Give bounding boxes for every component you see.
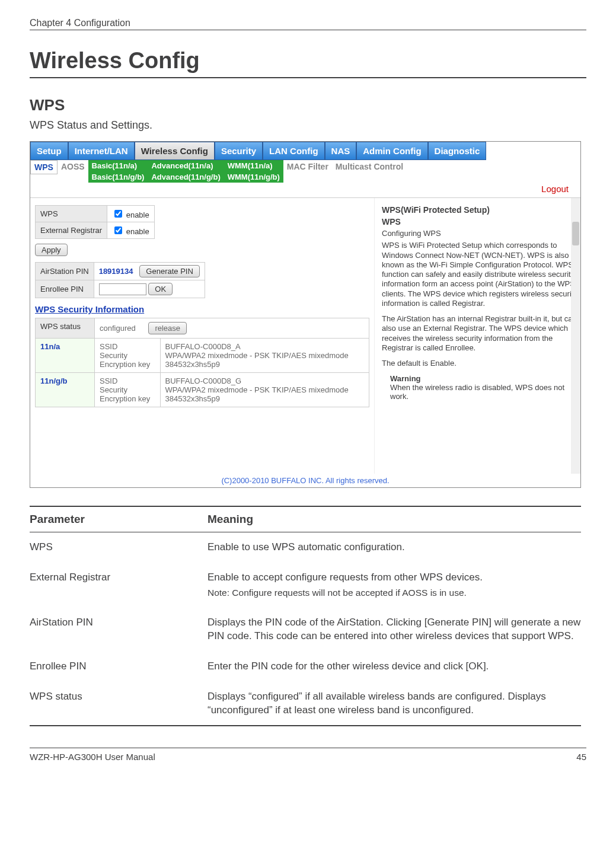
section-subtitle: WPS Status and Settings. <box>30 119 586 132</box>
param-note: Note: Configure requests will not be acc… <box>208 587 581 599</box>
airstation-pin-label: AirStation PIN <box>36 263 94 280</box>
router-ui-screenshot: Setup Internet/LAN Wireless Config Secur… <box>30 141 581 488</box>
external-registrar-label: External Registrar <box>36 222 107 239</box>
sub-nav: WPS AOSS Basic(11n/a) Basic(11n/g/b) Adv… <box>30 160 580 183</box>
key-11ngb: 384532x3hs5p9 <box>165 394 365 403</box>
enable-label: enable <box>126 210 149 219</box>
param-meaning: Displays “configured” if all available w… <box>208 682 581 726</box>
ssid-11ngb: BUFFALO-C000D8_G <box>165 376 365 385</box>
security-11na: WPA/WPA2 mixedmode - PSK TKIP/AES mixedm… <box>165 351 365 360</box>
subtab-advanced-11na[interactable]: Advanced(11n/a) <box>148 160 224 171</box>
release-button[interactable]: release <box>148 322 187 334</box>
tab-setup[interactable]: Setup <box>30 142 68 160</box>
airstation-pin-value: 18919134 <box>99 267 133 276</box>
logout-link[interactable]: Logout <box>30 183 580 197</box>
chapter-header: Chapter 4 Configuration <box>30 18 586 28</box>
ssid-11na: BUFFALO-C000D8_A <box>165 342 365 351</box>
subtab-multicast[interactable]: Multicast Control <box>332 160 407 173</box>
tab-internet-lan[interactable]: Internet/LAN <box>68 142 135 160</box>
divider <box>30 30 586 30</box>
ok-button[interactable]: OK <box>148 283 173 295</box>
table-header-parameter: Parameter <box>30 506 208 532</box>
section-heading: WPS <box>30 96 586 114</box>
table-header-meaning: Meaning <box>208 506 581 532</box>
subtab-wmm-11na[interactable]: WMM(11n/a) <box>224 160 283 171</box>
ssid-label: SSID <box>100 342 155 351</box>
top-nav: Setup Internet/LAN Wireless Config Secur… <box>30 142 580 160</box>
param-meaning: Enable to accept configure requests from… <box>208 563 581 608</box>
security-11ngb: WPA/WPA2 mixedmode - PSK TKIP/AES mixedm… <box>165 385 365 394</box>
help-text: The default is Enable. <box>382 359 578 368</box>
encryption-key-label: Encryption key <box>100 360 155 369</box>
scrollbar[interactable] <box>571 198 580 474</box>
external-registrar-checkbox[interactable] <box>114 226 122 234</box>
help-text: Configuring WPS <box>382 229 578 238</box>
generate-pin-button[interactable]: Generate PIN <box>139 265 200 277</box>
tab-diagnostic[interactable]: Diagnostic <box>428 142 487 160</box>
parameter-table: Parameter Meaning WPS Enable to use WPS … <box>30 506 581 726</box>
enable-label: enable <box>126 227 149 236</box>
warning-heading: Warning <box>390 374 421 383</box>
help-text: The AirStation has an internal Registrar… <box>382 314 578 353</box>
subtab-wmm-11ngb[interactable]: WMM(11n/g/b) <box>224 171 283 183</box>
param-name: External Registrar <box>30 563 208 608</box>
footer-page-number: 45 <box>576 752 586 762</box>
help-subheading: WPS <box>382 217 578 226</box>
band-11na-label: 11n/a <box>36 339 95 373</box>
security-label: Security <box>100 351 155 360</box>
subtab-aoss[interactable]: AOSS <box>58 160 88 173</box>
encryption-key-label: Encryption key <box>100 394 155 403</box>
param-meaning-text: Enable to accept configure requests from… <box>208 572 483 583</box>
footer-manual-title: WZR-HP-AG300H User Manual <box>30 752 155 762</box>
tab-wireless-config[interactable]: Wireless Config <box>135 142 215 160</box>
tab-lan-config[interactable]: LAN Config <box>263 142 324 160</box>
wps-status-value: configured <box>100 324 136 333</box>
param-name: Enrollee PIN <box>30 652 208 682</box>
param-meaning: Displays the PIN code of the AirStation.… <box>208 608 581 652</box>
band-11ngb-label: 11n/g/b <box>36 373 95 407</box>
param-name: WPS <box>30 532 208 563</box>
help-panel: WPS(WiFi Protected Setup) WPS Configurin… <box>374 198 580 474</box>
param-name: AirStation PIN <box>30 608 208 652</box>
wps-label: WPS <box>36 206 107 222</box>
subtab-mac-filter[interactable]: MAC Filter <box>283 160 332 173</box>
enrollee-pin-input[interactable] <box>99 283 146 295</box>
divider <box>30 77 586 78</box>
wps-enable-checkbox[interactable] <box>114 210 122 218</box>
subtab-basic-11ngb[interactable]: Basic(11n/g/b) <box>88 171 148 183</box>
tab-security[interactable]: Security <box>215 142 263 160</box>
subtab-basic-11na[interactable]: Basic(11n/a) <box>88 160 148 171</box>
help-heading: WPS(WiFi Protected Setup) <box>382 205 578 215</box>
param-name: WPS status <box>30 682 208 726</box>
security-label: Security <box>100 385 155 394</box>
key-11na: 384532x3hs5p9 <box>165 360 365 369</box>
ssid-label: SSID <box>100 376 155 385</box>
enrollee-pin-label: Enrollee PIN <box>36 280 94 298</box>
param-meaning: Enable to use WPS automatic configuratio… <box>208 532 581 563</box>
tab-admin-config[interactable]: Admin Config <box>356 142 427 160</box>
config-panel: WPS enable External Registrar enable <box>30 198 374 474</box>
apply-button[interactable]: Apply <box>35 244 68 256</box>
subtab-advanced-11ngb[interactable]: Advanced(11n/g/b) <box>148 171 224 183</box>
help-text: WPS is WiFi Protected Setup which corres… <box>382 241 578 308</box>
wps-security-info-heading: WPS Security Information <box>35 304 369 314</box>
page-title: Wireless Config <box>30 48 586 74</box>
copyright-text: (C)2000-2010 BUFFALO INC. All rights res… <box>30 474 580 487</box>
subtab-wps[interactable]: WPS <box>30 160 58 174</box>
warning-text: When the wireless radio is disabled, WPS… <box>390 383 578 401</box>
tab-nas[interactable]: NAS <box>325 142 357 160</box>
wps-status-label: WPS status <box>36 318 95 339</box>
param-meaning: Enter the PIN code for the other wireles… <box>208 652 581 682</box>
